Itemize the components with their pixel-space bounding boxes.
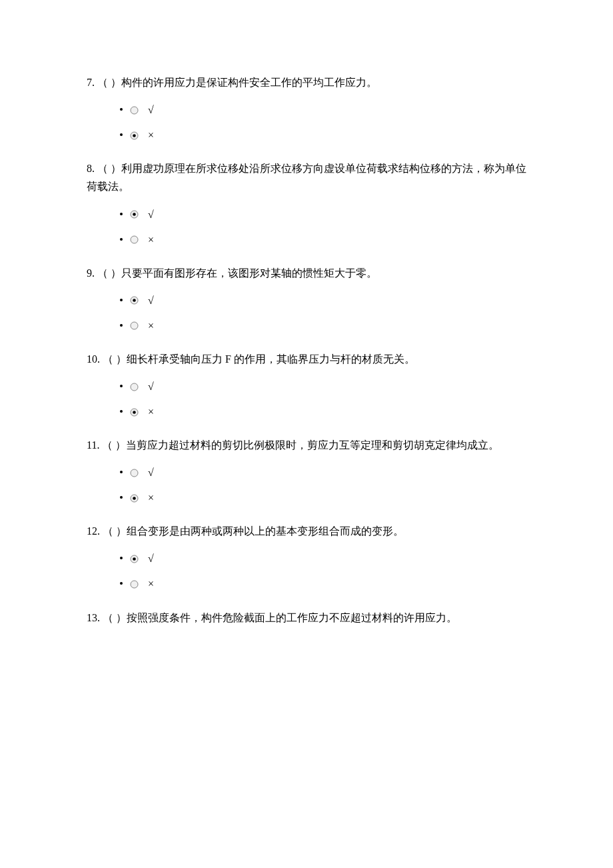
option-false: × (130, 407, 526, 417)
svg-point-11 (133, 411, 136, 414)
svg-point-12 (131, 469, 138, 477)
radio-unselected-icon[interactable] (130, 467, 145, 477)
radio-selected-icon[interactable] (130, 553, 145, 563)
option-false: × (130, 321, 526, 331)
svg-point-4 (133, 213, 136, 216)
radio-selected-icon[interactable] (130, 295, 145, 305)
svg-point-14 (133, 497, 136, 500)
question-text: 12. （ ）组合变形是由两种或两种以上的基本变形组合而成的变形。 (87, 522, 526, 540)
question-8: 8. （ ）利用虚功原理在所求位移处沿所求位移方向虚设单位荷载求结构位移的方法，… (87, 159, 526, 245)
question-13: 13. （ ）按照强度条件，构件危险截面上的工作应力不应超过材料的许用应力。 (87, 609, 526, 627)
question-text: 8. （ ）利用虚功原理在所求位移处沿所求位移方向虚设单位荷载求结构位移的方法，… (87, 159, 526, 195)
option-label: × (145, 406, 154, 417)
options-list: √ × (87, 209, 526, 245)
option-true: √ (130, 209, 526, 220)
option-false: × (130, 130, 526, 141)
radio-selected-icon[interactable] (130, 129, 145, 139)
options-list: √ × (87, 467, 526, 503)
svg-point-0 (131, 107, 138, 114)
options-list: √ × (87, 105, 526, 141)
option-label: × (145, 234, 154, 245)
options-list: √ × (87, 381, 526, 417)
svg-point-9 (131, 383, 138, 391)
option-true: √ (130, 467, 526, 478)
option-true: √ (130, 381, 526, 392)
option-label: × (145, 320, 154, 331)
option-label: √ (145, 209, 154, 220)
radio-selected-icon[interactable] (130, 209, 145, 219)
svg-point-8 (131, 322, 138, 329)
question-text: 13. （ ）按照强度条件，构件危险截面上的工作应力不应超过材料的许用应力。 (87, 609, 526, 627)
option-true: √ (130, 553, 526, 564)
radio-selected-icon[interactable] (130, 406, 145, 416)
option-label: √ (145, 104, 154, 115)
option-true: √ (130, 105, 526, 115)
question-text: 7. （ ）构件的许用应力是保证构件安全工作的平均工作应力。 (87, 73, 526, 91)
option-label: × (145, 129, 154, 141)
option-false: × (130, 579, 526, 589)
question-text: 10. （ ）细长杆承受轴向压力 F 的作用，其临界压力与杆的材质无关。 (87, 350, 526, 368)
option-label: √ (145, 553, 154, 564)
question-11: 11. （ ）当剪应力超过材料的剪切比例极限时，剪应力互等定理和剪切胡克定律均成… (87, 436, 526, 503)
radio-unselected-icon[interactable] (130, 381, 145, 391)
radio-unselected-icon[interactable] (130, 320, 145, 330)
option-label: × (145, 579, 154, 590)
svg-point-5 (131, 236, 138, 243)
question-12: 12. （ ）组合变形是由两种或两种以上的基本变形组合而成的变形。 √ × (87, 522, 526, 589)
option-false: × (130, 235, 526, 245)
question-10: 10. （ ）细长杆承受轴向压力 F 的作用，其临界压力与杆的材质无关。 √ × (87, 350, 526, 417)
options-list: √ × (87, 295, 526, 331)
question-9: 9. （ ）只要平面有图形存在，该图形对某轴的惯性矩大于零。 √ × (87, 264, 526, 331)
svg-point-17 (131, 581, 138, 588)
svg-point-2 (133, 134, 136, 137)
option-label: √ (145, 381, 154, 392)
option-false: × (130, 493, 526, 503)
radio-unselected-icon[interactable] (130, 578, 145, 588)
radio-unselected-icon[interactable] (130, 234, 145, 244)
option-label: √ (145, 295, 154, 306)
question-text: 9. （ ）只要平面有图形存在，该图形对某轴的惯性矩大于零。 (87, 264, 526, 282)
question-text: 11. （ ）当剪应力超过材料的剪切比例极限时，剪应力互等定理和剪切胡克定律均成… (87, 436, 526, 454)
option-true: √ (130, 295, 526, 306)
question-7: 7. （ ）构件的许用应力是保证构件安全工作的平均工作应力。 √ × (87, 73, 526, 141)
radio-selected-icon[interactable] (130, 492, 145, 502)
radio-unselected-icon[interactable] (130, 104, 145, 114)
svg-point-16 (133, 557, 136, 561)
option-label: × (145, 492, 154, 503)
options-list: √ × (87, 553, 526, 589)
svg-point-7 (133, 299, 136, 303)
option-label: √ (145, 467, 154, 478)
